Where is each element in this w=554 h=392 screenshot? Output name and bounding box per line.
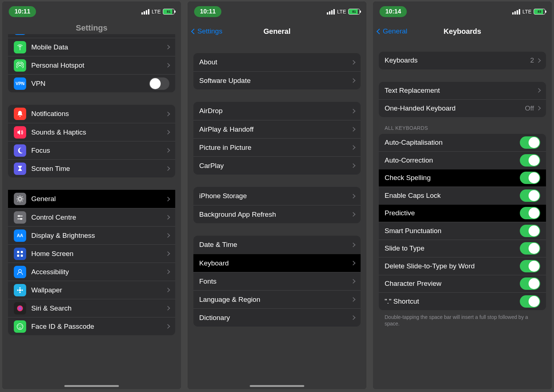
settings-row-general[interactable]: General [8,190,175,208]
row-label: Background App Refresh [199,211,352,219]
toggle-switch[interactable] [520,242,540,255]
general-row-fonts[interactable]: Fonts [193,272,361,290]
svg-point-9 [19,269,21,272]
keyboard-toggle--shortcut[interactable]: "." Shortcut [379,292,546,310]
row-label: One-Handed Keyboard [385,104,525,112]
general-row-software-update[interactable]: Software Update [193,71,361,89]
general-row-airplay-handoff[interactable]: AirPlay & Handoff [193,120,361,138]
back-button[interactable]: General [377,27,408,35]
all-keyboards-header: ALL KEYBOARDS [379,117,546,134]
row-label: Fonts [199,277,352,285]
row-label: Accessibility [31,268,166,276]
AA-icon: AA [14,229,26,242]
back-label: General [383,27,408,35]
settings-row-screen-time[interactable]: Screen Time [8,159,175,177]
chevron-right-icon [351,315,356,320]
settings-row-accessibility[interactable]: Accessibility [8,263,175,281]
general-row-dictionary[interactable]: Dictionary [193,308,361,327]
general-row-about[interactable]: About [193,53,361,71]
row-label: Date & Time [199,241,352,249]
home-indicator[interactable] [64,385,119,387]
chevron-right-icon [165,148,170,153]
row-label: AirDrop [199,107,352,115]
row-label: Keyboard [199,259,352,267]
general-row-iphone-storage[interactable]: iPhone Storage [193,187,361,205]
toggle-switch[interactable] [520,136,540,149]
row-label: Delete Slide-to-Type by Word [385,262,520,270]
row-label: Character Preview [385,280,520,288]
toggle-switch[interactable] [520,277,540,290]
network-label: LTE [337,9,346,15]
antenna-icon [14,41,26,53]
row-label: Sounds & Haptics [31,128,166,136]
row-label: Smart Punctuation [385,227,520,235]
back-button[interactable]: Settings [192,27,222,35]
keyboard-toggle-check-spelling[interactable]: Check Spelling [379,169,546,187]
svg-rect-6 [21,251,23,253]
keyboards-row-one-handed-keyboard[interactable]: One-Handed KeyboardOff [379,99,546,117]
keyboard-toggle-auto-capitalisation[interactable]: Auto-Capitalisation [379,134,546,152]
keyboard-toggle-auto-correction[interactable]: Auto-Correction [379,151,546,169]
settings-screen: 10:11 LTE 81 Settings BluetoothOffMobile… [2,1,181,389]
general-screen: 10:11 LTE 81 Settings General AboutSoftw… [188,1,366,389]
settings-row-siri-search[interactable]: Siri & Search [8,299,175,317]
toggle-switch[interactable] [520,154,540,167]
general-row-picture-in-picture[interactable]: Picture in Picture [193,138,361,156]
toggle-switch[interactable] [520,225,540,237]
keyboard-toggle-delete-slide-to-type-by-word[interactable]: Delete Slide-to-Type by Word [379,257,546,275]
keyboards-footer-note: Double-tapping the space bar will insert… [379,310,546,328]
row-label: Focus [31,147,166,155]
toggle-switch[interactable] [149,77,169,90]
chevron-right-icon [165,130,170,135]
settings-row-vpn[interactable]: VPNVPN [8,74,175,92]
moon-icon [14,144,26,157]
row-label: Keyboards [385,56,530,64]
settings-row-wallpaper[interactable]: Wallpaper [8,281,175,299]
settings-row-sounds-haptics[interactable]: Sounds & Haptics [8,123,175,141]
keyboards-row-text-replacement[interactable]: Text Replacement [379,82,546,100]
toggle-switch[interactable] [520,260,540,272]
chevron-right-icon [351,78,356,83]
settings-row-notifications[interactable]: Notifications [8,105,175,123]
row-label: VPN [31,80,149,88]
toggle-switch[interactable] [520,189,540,202]
row-label: Slide to Type [385,244,520,252]
row-label: Enable Caps Lock [385,192,520,200]
row-label: Picture in Picture [199,144,352,152]
settings-row-face-id-passcode[interactable]: Face ID & Passcode [8,317,175,335]
settings-row-display-brightness[interactable]: AADisplay & Brightness [8,226,175,244]
general-row-background-app-refresh[interactable]: Background App Refresh [193,205,361,223]
toggle-switch[interactable] [520,207,540,219]
svg-point-16 [17,324,23,329]
person-icon [14,266,26,278]
keyboard-toggle-predictive[interactable]: Predictive [379,204,546,222]
general-row-date-time[interactable]: Date & Time [193,236,361,254]
settings-row-personal-hotspot[interactable]: Personal Hotspot [8,56,175,74]
toggle-switch[interactable] [520,295,540,308]
keyboard-toggle-enable-caps-lock[interactable]: Enable Caps Lock [379,187,546,204]
settings-row-mobile-data[interactable]: Mobile Data [8,38,175,56]
settings-row-focus[interactable]: Focus [8,141,175,159]
home-indicator[interactable] [250,385,304,387]
settings-row-control-centre[interactable]: Control Centre [8,208,175,226]
nav-bar: Settings General [188,22,366,41]
general-row-carplay[interactable]: CarPlay [193,156,361,175]
chevron-right-icon [165,269,170,274]
chevron-right-icon [165,324,170,329]
general-row-airdrop[interactable]: AirDrop [193,102,361,120]
chevron-right-icon [165,63,170,68]
svg-point-17 [19,325,19,326]
page-title: General [264,27,290,36]
settings-row-home-screen[interactable]: Home Screen [8,244,175,263]
keyboards-row-keyboards[interactable]: Keyboards2 [379,52,546,69]
general-row-language-region[interactable]: Language & Region [193,290,361,308]
keyboard-toggle-slide-to-type[interactable]: Slide to Type [379,240,546,257]
chevron-right-icon [351,297,356,302]
keyboard-toggle-character-preview[interactable]: Character Preview [379,275,546,293]
settings-row-bluetooth[interactable]: BluetoothOff [8,34,175,38]
row-label: Language & Region [199,296,352,304]
gear-icon [14,193,26,205]
general-row-keyboard[interactable]: Keyboard [193,254,361,272]
toggle-switch[interactable] [520,172,540,184]
keyboard-toggle-smart-punctuation[interactable]: Smart Punctuation [379,222,546,240]
